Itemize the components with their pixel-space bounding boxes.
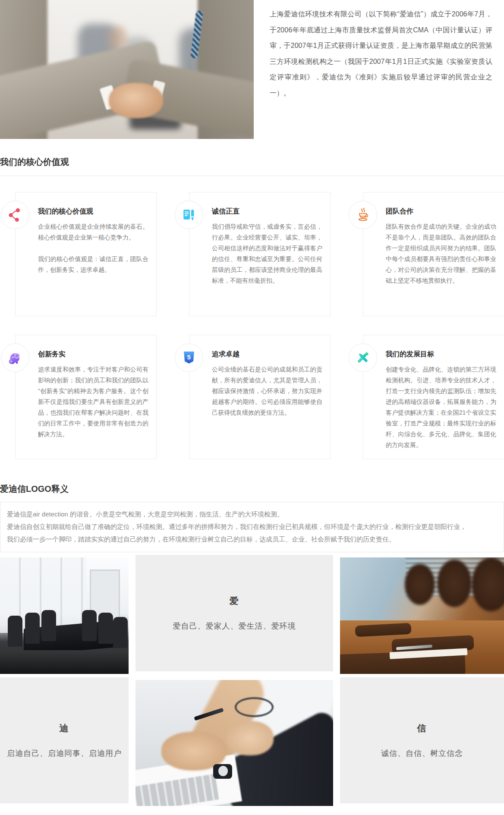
value-block-title: 爱: [230, 595, 239, 607]
icon-circle: [349, 343, 377, 372]
hero-section: 上海爱迪信环境技术有限公司（以下简称“爱迪信”）成立于2006年7月，于2006…: [0, 0, 504, 139]
photo-glasses: [235, 697, 274, 717]
card-text: 公司业绩的基石是公司的成就和员工的贡献，所有的爱迪信人，尤其是管理人员，都应该保…: [212, 364, 322, 418]
card-text: 创建专业化、品牌化、连锁的第三方环境检测机构。引进、培养专业的技术人才，打造一支…: [386, 364, 496, 450]
card-title: 我们的发展目标: [386, 350, 496, 359]
value-card-teamwork: 团队合作 团队有效合作是成功的关键。企业的成功不是靠个人，而是靠团队。高效的团队…: [363, 192, 504, 316]
photo-watch-face: [218, 766, 228, 776]
core-values-cards: 我们的核心价值观 企业核心价值观是企业持续发展的基石。核心价值观是企业第一核心竞…: [15, 192, 504, 459]
card-title: 追求卓越: [212, 350, 322, 359]
value-block-ai: 爱 爱自己、爱家人、爱生活、爱环境: [135, 555, 333, 671]
ruler-pencil-icon: [356, 350, 370, 365]
card-text: 我们倡导戒欺守信，戒虚务实，言必信，行必果。企业经营要公开、诚实、坦率，公司相信…: [212, 221, 322, 286]
svg-text:5: 5: [187, 354, 191, 361]
photo-chair: [8, 616, 22, 647]
card-title: 诚信正直: [212, 207, 322, 216]
value-card-excellence: 5 追求卓越 公司业绩的基石是公司的成就和员工的贡献，所有的爱迪信人，尤其是管理…: [189, 335, 331, 459]
card-text: 追求速度和效率，专注于对客户和公司有影响的创新；我们的员工和我们的团队以“创新务…: [38, 364, 148, 440]
icon-circle: [1, 343, 29, 372]
value-card-innovation: 创新务实 追求速度和效率，专注于对客户和公司有影响的创新；我们的员工和我们的团队…: [15, 335, 157, 459]
icon-circle: [349, 201, 377, 229]
logo-meaning-line: 我们必须一步一个脚印，踏踏实实的通过自己的努力，在环境检测行业树立自己的目标，达…: [7, 533, 499, 545]
value-block-subtitle: 爱自己、爱家人、爱生活、爱环境: [173, 621, 296, 631]
card-text: 团队有效合作是成功的关键。企业的成功不是靠个人，而是靠团队。高效的团队合作一定是…: [386, 221, 496, 286]
value-card-development-goals: 我们的发展目标 创建专业化、品牌化、连锁的第三方环境检测机构。引进、培养专业的技…: [363, 335, 504, 459]
photo-chair: [25, 613, 40, 644]
values-mosaic: 爱 爱自己、爱家人、爱生活、爱环境 迪 启迪自己、启迪同事、启迪用户: [0, 557, 504, 806]
icon-circle: [1, 201, 29, 229]
value-card-core-values: 我们的核心价值观 企业核心价值观是企业持续发展的基石。核心价值观是企业第一核心竞…: [15, 192, 157, 316]
value-block-title: 迪: [60, 722, 69, 734]
about-page: 上海爱迪信环境技术有限公司（以下简称“爱迪信”）成立于2006年7月，于2006…: [0, 0, 504, 815]
logo-meaning-box: 爱迪信是air detection 的谐音。小意是空气检测，大意是空间检测，指生…: [0, 502, 504, 552]
photo-chair: [41, 610, 56, 641]
photo-handshake: [109, 83, 163, 118]
photo-floor: [0, 650, 129, 674]
java-coffee-icon: [356, 208, 370, 222]
conference-table-photo: [340, 557, 504, 674]
photo-chair: [98, 613, 113, 644]
card-text: 我们的核心价值观是：诚信正直，团队合作，创新务实，追求卓越。: [38, 254, 148, 275]
logo-meaning-line: 爱迪信自创立初期就给自己做了准确的定位，环境检测。通过多年的拼搏和努力，我们在检…: [7, 520, 499, 533]
photo-chair: [113, 617, 128, 648]
card-title: 我们的核心价值观: [38, 207, 148, 216]
logo-meaning-line: 爱迪信是air detection 的谐音。小意是空气检测，大意是空间检测，指生…: [7, 508, 499, 520]
card-title: 创新务实: [38, 350, 148, 359]
photo-chair: [82, 610, 97, 641]
photo-chair: [405, 564, 435, 605]
section-title-core-values: 我们的核心价值观: [0, 156, 504, 167]
value-card-integrity: 诚信正直 我们倡导戒欺守信，戒虚务实，言必信，行必果。企业经营要公开、诚实、坦率…: [189, 192, 331, 316]
photo-hand: [226, 721, 274, 755]
handshake-photo: [0, 0, 254, 139]
value-block-subtitle: 启迪自己、启迪同事、启迪用户: [7, 748, 122, 758]
elephant-icon: [8, 350, 22, 365]
photo-chair: [437, 560, 472, 607]
notebook-pencil-icon: [182, 208, 196, 222]
icon-circle: 5: [175, 343, 203, 372]
value-block-subtitle: 诚信、自信、树立信念: [381, 748, 463, 758]
card-text: 企业核心价值观是企业持续发展的基石。核心价值观是企业第一核心竞争力。: [38, 221, 148, 243]
section-title-logo-meaning: 爱迪信LOGO释义: [0, 483, 504, 494]
card-title: 团队合作: [386, 207, 496, 216]
html5-shield-icon: 5: [182, 350, 196, 365]
business-hands-photo: [135, 680, 333, 806]
icon-circle: [175, 201, 203, 229]
photo-chair: [472, 557, 504, 611]
value-block-title: 信: [417, 722, 427, 734]
value-block-di: 迪 启迪自己、启迪同事、启迪用户: [0, 677, 129, 803]
company-intro-paragraph: 上海爱迪信环境技术有限公司（以下简称“爱迪信”）成立于2006年7月，于2006…: [270, 0, 492, 139]
value-block-xin: 信 诚信、自信、树立信念: [340, 677, 504, 803]
section-divider: [0, 176, 504, 176]
meeting-room-photo: [0, 557, 129, 674]
share-nodes-icon: [8, 208, 22, 222]
